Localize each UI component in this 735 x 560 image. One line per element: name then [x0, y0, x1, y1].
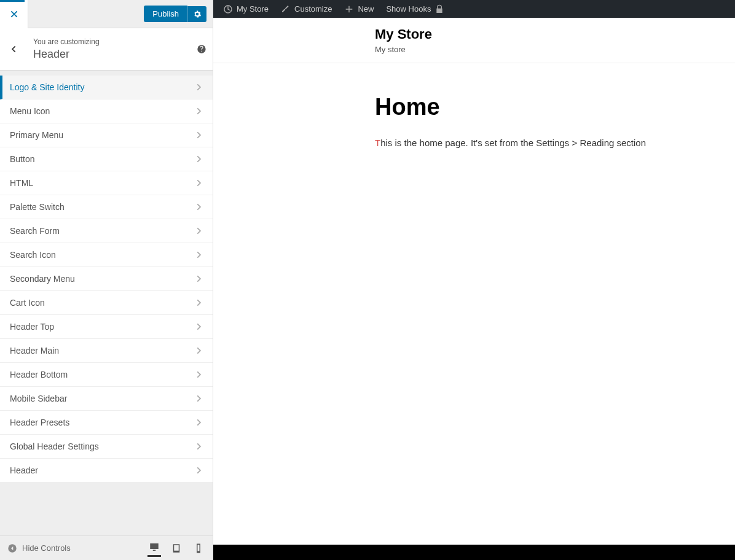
publish-area: Publish [144, 6, 206, 22]
menu-item-palette-switch[interactable]: Palette Switch [0, 195, 213, 219]
menu-item-html[interactable]: HTML [0, 171, 213, 195]
chevron-right-icon [194, 322, 203, 331]
plus-icon [344, 4, 354, 14]
menu-item-secondary-menu[interactable]: Secondary Menu [0, 267, 213, 291]
chevron-right-icon [194, 179, 203, 187]
menu-item-label: Mobile Sidebar [10, 394, 67, 403]
admin-customize-link[interactable]: Customize [276, 0, 337, 18]
menu-item-mobile-sidebar[interactable]: Mobile Sidebar [0, 387, 213, 411]
menu-item-label: Cart Icon [10, 298, 45, 308]
menu-item-label: Header [10, 465, 38, 475]
page-text: This is the home page. It's set from the… [375, 138, 735, 148]
tablet-icon [171, 543, 182, 554]
menu-item-label: Header Bottom [10, 370, 68, 379]
menu-item-label: Button [10, 154, 34, 164]
menu-item-header-presets[interactable]: Header Presets [0, 411, 213, 435]
menu-item-label: Header Presets [10, 418, 69, 427]
menu-item-label: Search Icon [10, 250, 56, 260]
chevron-right-icon [194, 251, 203, 259]
admin-show-hooks-label: Show Hooks [386, 4, 431, 14]
menu-item-cart-icon[interactable]: Cart Icon [0, 291, 213, 315]
admin-new-label: New [358, 4, 374, 14]
publish-button[interactable]: Publish [144, 6, 187, 22]
chevron-right-icon [194, 155, 203, 163]
site-tagline: My store [375, 45, 735, 54]
page-content: Home This is the home page. It's set fro… [213, 63, 735, 148]
chevron-right-icon [194, 442, 203, 451]
help-icon [197, 44, 206, 54]
device-switcher [147, 539, 205, 557]
lock-icon [434, 4, 444, 14]
device-mobile-button[interactable] [192, 539, 205, 557]
section-title: Header [33, 48, 191, 61]
brush-icon [281, 4, 291, 14]
hide-controls-button[interactable]: Hide Controls [7, 543, 71, 553]
chevron-left-icon [10, 45, 18, 53]
menu-item-label: Palette Switch [10, 202, 65, 212]
menu-item-button[interactable]: Button [0, 147, 213, 171]
menu-item-label: Header Top [10, 322, 54, 332]
menu-item-label: Primary Menu [10, 130, 63, 140]
chevron-right-icon [194, 227, 203, 235]
menu-item-menu-icon[interactable]: Menu Icon [0, 99, 213, 123]
chevron-right-icon [194, 274, 203, 283]
menu-item-label: Secondary Menu [10, 274, 75, 284]
close-button[interactable] [0, 0, 28, 28]
admin-new-link[interactable]: New [339, 0, 379, 18]
dashboard-icon [223, 4, 233, 14]
chevron-right-icon [194, 466, 203, 475]
desktop-icon [149, 542, 160, 553]
menu-item-header-top[interactable]: Header Top [0, 315, 213, 339]
menu-item-label: Menu Icon [10, 106, 50, 116]
menu-item-header[interactable]: Header [0, 459, 213, 483]
panel-footer: Hide Controls [0, 535, 213, 560]
admin-customize-label: Customize [294, 4, 332, 14]
mobile-icon [193, 543, 204, 554]
menu-item-label: Header Main [10, 346, 59, 356]
menu-item-search-icon[interactable]: Search Icon [0, 243, 213, 267]
site-footer [213, 545, 735, 560]
panel-top-bar: Publish [0, 0, 213, 28]
gear-icon [193, 10, 202, 18]
help-button[interactable] [191, 44, 213, 54]
menu-item-global-header-settings[interactable]: Global Header Settings [0, 435, 213, 459]
header-info: You are customizing Header [28, 37, 191, 61]
site-header: My Store My store [213, 18, 735, 63]
chevron-right-icon [194, 370, 203, 379]
device-desktop-button[interactable] [147, 539, 161, 557]
panel-header: You are customizing Header [0, 28, 213, 71]
chevron-right-icon [194, 298, 203, 307]
chevron-right-icon [194, 83, 203, 91]
admin-site-link[interactable]: My Store [218, 0, 273, 18]
chevron-right-icon [194, 418, 203, 427]
customizing-label: You are customizing [33, 37, 191, 46]
preview-area: My Store Customize New Show Hooks My Sto… [213, 0, 735, 560]
menu-item-label: Logo & Site Identity [10, 82, 84, 92]
menu-item-header-main[interactable]: Header Main [0, 339, 213, 363]
admin-bar: My Store Customize New Show Hooks [213, 0, 735, 18]
chevron-right-icon [194, 131, 203, 139]
menu-item-label: HTML [10, 178, 33, 188]
admin-show-hooks-link[interactable]: Show Hooks [381, 0, 449, 18]
site-title[interactable]: My Store [375, 26, 735, 42]
chevron-right-icon [194, 203, 203, 211]
menu-item-label: Global Header Settings [10, 441, 99, 451]
menu-item-label: Search Form [10, 226, 60, 236]
back-button[interactable] [0, 45, 28, 53]
collapse-icon [7, 543, 17, 553]
chevron-right-icon [194, 346, 203, 355]
device-tablet-button[interactable] [170, 539, 183, 557]
menu-item-search-form[interactable]: Search Form [0, 219, 213, 243]
chevron-right-icon [194, 394, 203, 403]
menu-item-primary-menu[interactable]: Primary Menu [0, 123, 213, 147]
menu-item-logo-site-identity[interactable]: Logo & Site Identity [0, 76, 213, 99]
menu-list: Logo & Site IdentityMenu IconPrimary Men… [0, 71, 213, 535]
publish-settings-button[interactable] [187, 6, 206, 22]
close-icon [10, 10, 18, 18]
customizer-panel: Publish You are customizing Header Logo … [0, 0, 213, 560]
menu-item-header-bottom[interactable]: Header Bottom [0, 363, 213, 387]
page-title: Home [375, 94, 735, 120]
chevron-right-icon [194, 107, 203, 115]
hide-controls-label: Hide Controls [22, 543, 71, 553]
admin-site-name: My Store [237, 4, 269, 14]
